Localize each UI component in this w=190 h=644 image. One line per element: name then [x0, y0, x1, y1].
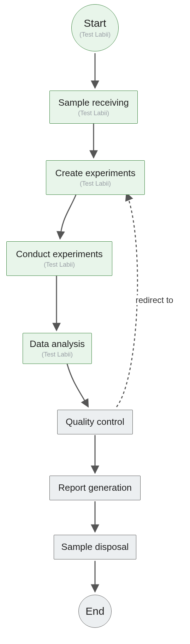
node-start: Start (Test Labii) [71, 4, 119, 51]
node-sample-receiving: Sample receiving (Test Labii) [49, 91, 138, 124]
node-end: End [78, 595, 112, 628]
node-data-analysis: Data analysis (Test Labii) [23, 333, 92, 364]
node-create-experiments: Create experiments (Test Labii) [46, 160, 145, 195]
node-sample-receiving-title: Sample receiving [58, 98, 129, 108]
node-data-analysis-sub: (Test Labii) [42, 351, 73, 358]
node-sample-disposal: Sample disposal [54, 535, 136, 559]
node-sample-disposal-title: Sample disposal [61, 542, 129, 552]
node-report-generation-title: Report generation [58, 483, 132, 493]
node-start-sub: (Test Labii) [79, 31, 111, 38]
edge-label-redirect: redirect to [135, 295, 174, 305]
node-conduct-experiments: Conduct experiments (Test Labii) [6, 241, 112, 276]
node-quality-control: Quality control [57, 410, 133, 434]
node-quality-control-title: Quality control [66, 417, 124, 427]
node-report-generation: Report generation [49, 476, 141, 500]
flowchart-canvas: Start (Test Labii) Sample receiving (Tes… [0, 0, 190, 644]
edge-create-conduct [60, 195, 76, 239]
node-create-experiments-sub: (Test Labii) [80, 180, 111, 187]
node-start-title: Start [84, 17, 106, 30]
node-end-title: End [85, 605, 104, 618]
edge-analysis-qc [67, 364, 88, 407]
node-conduct-experiments-title: Conduct experiments [16, 249, 103, 260]
edge-qc-create-redirect [117, 193, 137, 407]
node-sample-receiving-sub: (Test Labii) [78, 110, 109, 117]
node-data-analysis-title: Data analysis [30, 339, 85, 349]
node-create-experiments-title: Create experiments [55, 168, 136, 179]
node-conduct-experiments-sub: (Test Labii) [44, 261, 75, 268]
